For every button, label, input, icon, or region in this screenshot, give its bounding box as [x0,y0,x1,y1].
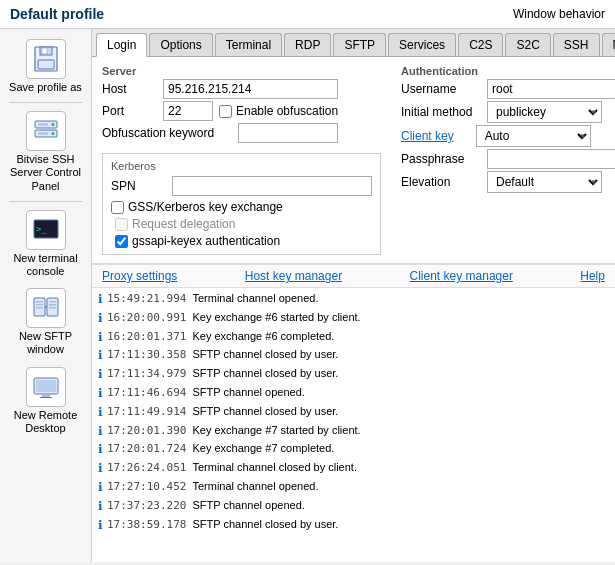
client-key-link[interactable]: Client key [401,129,454,143]
obfuscation-keyword-row: Obfuscation keyword [102,123,381,143]
tab-services[interactable]: Services [388,33,456,56]
log-time: 17:27:10.452 [107,479,186,494]
log-entry: ℹ 17:11:34.979 SFTP channel closed by us… [98,365,609,384]
host-row: Host [102,79,381,99]
gss-kerberos-checkbox[interactable]: GSS/Kerberos key exchange [111,200,372,214]
tabs-container: Login Options Terminal RDP SFTP Services… [92,29,615,57]
port-input[interactable] [163,101,213,121]
help-link[interactable]: Help [580,269,605,283]
log-message: SFTP channel opened. [192,385,304,400]
svg-rect-18 [49,304,56,306]
main-layout: Save profile as Bitvise SSH Server Contr… [0,29,615,562]
proxy-settings-link[interactable]: Proxy settings [102,269,177,283]
username-label: Username [401,82,481,96]
log-entry: ℹ 17:37:23.220 SFTP channel opened. [98,497,609,516]
log-message: Key exchange #7 started by client. [192,423,360,438]
tab-s2c[interactable]: S2C [505,33,550,56]
username-row: Username [401,79,615,99]
log-area: ℹ 15:49:21.994 Terminal channel opened. … [92,287,615,562]
client-key-select[interactable]: Auto Default None [476,125,591,147]
tab-notes[interactable]: Notes [602,33,616,56]
kerberos-checkboxes: GSS/Kerberos key exchange Request delega… [111,200,372,248]
auth-title: Authentication [401,65,615,77]
tab-rdp[interactable]: RDP [284,33,331,56]
initial-method-row: Initial method publickey password keyboa… [401,101,615,123]
server-title: Server [102,65,381,77]
tab-ssh[interactable]: SSH [553,33,600,56]
obfuscation-checkbox[interactable] [219,105,232,118]
svg-rect-14 [36,304,43,306]
svg-rect-2 [42,48,47,54]
passphrase-row: Passphrase [401,149,615,169]
port-label: Port [102,104,157,118]
authentication-section: Authentication Username Initial method p… [401,65,615,255]
tab-terminal[interactable]: Terminal [215,33,282,56]
sidebar: Save profile as Bitvise SSH Server Contr… [0,29,92,562]
svg-rect-15 [36,307,43,309]
log-message: Terminal channel opened. [192,479,318,494]
elevation-label: Elevation [401,175,481,189]
client-key-manager-link[interactable]: Client key manager [410,269,513,283]
host-key-manager-link[interactable]: Host key manager [245,269,342,283]
tab-options[interactable]: Options [149,33,212,56]
log-time: 16:20:01.371 [107,329,186,344]
terminal-icon: >_ [26,210,66,250]
log-time: 17:38:59.178 [107,517,186,532]
log-message: SFTP channel closed by user. [192,404,338,419]
log-time: 17:11:30.358 [107,347,186,362]
tab-login[interactable]: Login [96,33,147,57]
sidebar-sftp-label: New SFTP window [4,330,88,356]
svg-point-7 [51,132,54,135]
log-message: Terminal channel closed by client. [192,460,356,475]
log-info-icon: ℹ [98,479,103,496]
svg-rect-3 [38,60,54,69]
log-message: Key exchange #6 completed. [192,329,334,344]
svg-rect-9 [38,133,48,135]
log-message: Key exchange #7 completed. [192,441,334,456]
tab-c2s[interactable]: C2S [458,33,503,56]
request-delegation-checkbox[interactable]: Request delegation [115,217,372,231]
page-title: Default profile [10,6,104,22]
log-message: SFTP channel closed by user. [192,517,338,532]
remote-icon [26,367,66,407]
log-time: 17:11:46.694 [107,385,186,400]
passphrase-input[interactable] [487,149,615,169]
initial-method-select[interactable]: publickey password keyboard-interactive [487,101,602,123]
sidebar-item-new-remote[interactable]: New Remote Desktop [2,363,90,439]
sidebar-item-new-sftp[interactable]: New SFTP window [2,284,90,360]
svg-rect-8 [38,124,48,126]
log-info-icon: ℹ [98,423,103,440]
window-behavior-link[interactable]: Window behavior [513,7,605,21]
gssapi-keyex-checkbox[interactable]: gssapi-keyex authentication [115,234,372,248]
svg-point-6 [51,123,54,126]
sidebar-item-save-profile[interactable]: Save profile as [2,35,90,98]
log-message: Terminal channel opened. [192,291,318,306]
username-input[interactable] [487,79,615,99]
sidebar-item-new-terminal[interactable]: >_ New terminal console [2,206,90,282]
log-entry: ℹ 15:49:21.994 Terminal channel opened. [98,290,609,309]
obfuscation-keyword-input[interactable] [238,123,338,143]
sidebar-save-label: Save profile as [9,81,82,94]
sidebar-remote-label: New Remote Desktop [4,409,88,435]
log-info-icon: ℹ [98,329,103,346]
form-area: Server Host Port Enable obfuscation [92,57,615,264]
server-icon [26,111,66,151]
sidebar-item-server-control[interactable]: Bitvise SSH Server Control Panel [2,107,90,197]
log-entry: ℹ 16:20:00.991 Key exchange #6 started b… [98,309,609,328]
svg-text:>_: >_ [36,224,47,234]
enable-obfuscation-checkbox[interactable]: Enable obfuscation [219,104,338,118]
sidebar-divider-2 [9,201,82,202]
spn-row: SPN [111,176,372,196]
log-entry: ℹ 17:20:01.390 Key exchange #7 started b… [98,422,609,441]
elevation-select[interactable]: Default None sudo su [487,171,602,193]
sidebar-terminal-label: New terminal console [4,252,88,278]
kerberos-section: Kerberos SPN GSS/Kerberos key exchange [102,153,381,255]
log-info-icon: ℹ [98,347,103,364]
elevation-row: Elevation Default None sudo su [401,171,615,193]
server-section: Server Host Port Enable obfuscation [102,65,381,145]
tab-sftp[interactable]: SFTP [333,33,386,56]
obfuscation-keyword-label: Obfuscation keyword [102,126,232,140]
spn-input[interactable] [172,176,372,196]
host-input[interactable] [163,79,338,99]
svg-rect-24 [40,397,52,398]
